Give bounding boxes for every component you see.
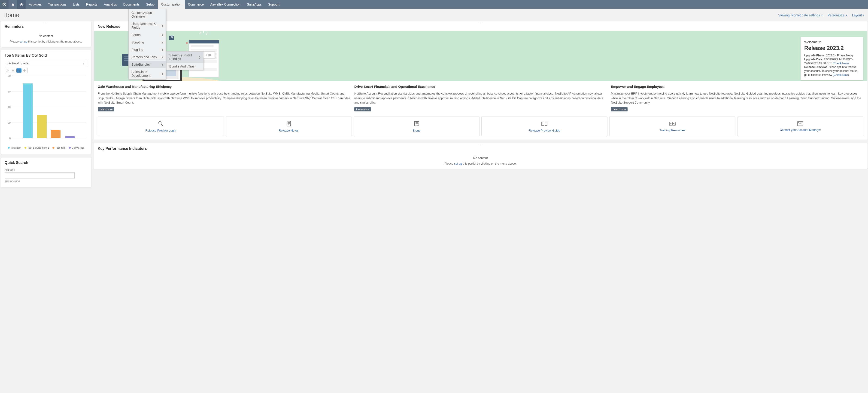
learn-more-button[interactable]: Learn more bbox=[611, 107, 627, 111]
svg-marker-0 bbox=[11, 3, 14, 6]
legend-item: CanvaTest bbox=[69, 146, 84, 149]
release-column: Drive Smart Financials and Operational E… bbox=[354, 85, 607, 111]
nav-support[interactable]: Support bbox=[265, 0, 283, 9]
release-tile[interactable]: Release Preview Guide bbox=[482, 116, 608, 136]
drag-handle-icon[interactable]: ⋮⋮⋮ bbox=[477, 22, 484, 24]
home-icon[interactable] bbox=[17, 0, 26, 9]
tile-icon bbox=[285, 120, 292, 127]
tile-icon bbox=[797, 121, 804, 126]
menu-item[interactable]: Forms❯ bbox=[129, 31, 166, 38]
legend-item: Test Service Item 1 bbox=[25, 146, 49, 149]
menu-item[interactable]: Customization Overview bbox=[129, 9, 166, 20]
star-icon[interactable] bbox=[8, 0, 17, 9]
menu-item[interactable]: SuiteBundler❯ bbox=[129, 61, 166, 68]
svg-point-50 bbox=[670, 123, 671, 124]
nav-reports[interactable]: Reports bbox=[83, 0, 101, 9]
release-column: Gain Warehouse and Manufacturing Efficie… bbox=[98, 85, 350, 111]
line-chart-icon[interactable] bbox=[5, 68, 10, 73]
release-info-card: Welcome to Release 2023.2 Upgrade Phase:… bbox=[801, 37, 863, 80]
tile-label: Release Preview Guide bbox=[529, 129, 560, 132]
submenu-item[interactable]: Bundle Audit Trail bbox=[166, 63, 204, 70]
nav-setup[interactable]: Setup bbox=[143, 0, 158, 9]
menu-item[interactable]: Centers and Tabs❯ bbox=[129, 53, 166, 61]
search-for-label: SEARCH FOR bbox=[5, 180, 87, 183]
reminders-portlet: ⋮⋮⋮ Reminders No content Please set up t… bbox=[1, 21, 91, 47]
chart-bar bbox=[23, 83, 33, 138]
tile-label: Contact your Account Manager bbox=[780, 128, 821, 132]
nav-customization[interactable]: Customization bbox=[158, 0, 185, 9]
learn-more-button[interactable]: Learn more bbox=[98, 107, 114, 111]
release-tile[interactable]: Contact your Account Manager bbox=[737, 116, 863, 136]
svg-rect-6 bbox=[20, 71, 20, 72]
svg-rect-4 bbox=[18, 70, 18, 72]
quick-search-portlet: Quick Search SEARCH SEARCH FOR bbox=[1, 157, 91, 188]
release-tile[interactable]: Release Notes bbox=[226, 116, 352, 136]
nav-analytics[interactable]: Analytics bbox=[101, 0, 120, 9]
search-label: SEARCH bbox=[5, 169, 87, 171]
drag-handle-icon[interactable]: ⋮⋮⋮ bbox=[477, 144, 484, 146]
menu-item[interactable]: Plug-ins❯ bbox=[129, 46, 166, 53]
svg-point-24 bbox=[186, 42, 188, 44]
tile-icon bbox=[669, 121, 676, 127]
release-tile[interactable]: Blogs bbox=[353, 116, 480, 136]
tile-label: Blogs bbox=[413, 129, 421, 132]
legend-item: Test item bbox=[53, 146, 66, 149]
customization-dropdown: Customization OverviewLists, Records, & … bbox=[128, 9, 166, 80]
nav-commerce[interactable]: Commerce bbox=[185, 0, 207, 9]
period-select[interactable]: this fiscal quarter▼ bbox=[5, 60, 87, 66]
nav-suiteapps[interactable]: SuiteApps bbox=[244, 0, 265, 9]
submenu-item[interactable]: Search & Install Bundles❯ bbox=[166, 52, 204, 63]
release-tile[interactable]: Training Resources bbox=[609, 116, 736, 136]
svg-rect-5 bbox=[19, 69, 19, 72]
svg-rect-17 bbox=[189, 40, 219, 44]
svg-point-35 bbox=[159, 121, 161, 124]
check-now-link[interactable]: (Check Now) bbox=[833, 73, 848, 77]
left-column: ⋮⋮⋮ Reminders No content Please set up t… bbox=[1, 21, 91, 188]
tile-label: Release Notes bbox=[279, 129, 299, 132]
layout-button[interactable]: Layout ▼ bbox=[852, 13, 865, 17]
set-up-link[interactable]: set up bbox=[454, 162, 462, 165]
chart-legend: Test ItemTest Service Item 1Test itemCan… bbox=[5, 145, 87, 150]
svg-rect-18 bbox=[191, 45, 214, 47]
menu-item[interactable]: Scripting❯ bbox=[129, 38, 166, 46]
chart-type-toolbar bbox=[5, 68, 28, 73]
welcome-text: Welcome to bbox=[804, 40, 859, 44]
nav-transactions[interactable]: Transactions bbox=[45, 0, 70, 9]
bar-chart-icon[interactable] bbox=[17, 68, 22, 73]
tile-icon bbox=[541, 120, 548, 127]
menu-item[interactable]: SuiteCloud Development❯ bbox=[129, 68, 166, 79]
suitebundler-submenu: Search & Install Bundles❯Bundle Audit Tr… bbox=[166, 51, 204, 70]
nav-lists[interactable]: Lists bbox=[70, 0, 83, 9]
kpi-msg: Please set up this portlet by clicking o… bbox=[98, 162, 863, 165]
nav-documents[interactable]: Documents bbox=[120, 0, 143, 9]
release-col-heading: Empower and Engage Employees bbox=[611, 85, 863, 88]
header-actions: Viewing: Portlet date settings ▼ Persona… bbox=[778, 13, 865, 17]
drag-handle-icon[interactable]: ⋮⋮⋮ bbox=[43, 22, 49, 24]
top-items-portlet: Top 5 Items By Qty Sold this fiscal quar… bbox=[1, 50, 91, 155]
personalize-button[interactable]: Personalize ▼ bbox=[828, 13, 847, 17]
top-items-title: Top 5 Items By Qty Sold bbox=[1, 50, 91, 60]
tile-icon bbox=[157, 120, 164, 127]
svg-line-32 bbox=[200, 32, 200, 34]
history-icon[interactable] bbox=[0, 0, 8, 9]
check-now-link[interactable]: (Check Now) bbox=[833, 62, 848, 65]
menu-item[interactable]: Lists, Records, & Fields❯ bbox=[129, 20, 166, 31]
tile-label: Training Resources bbox=[659, 129, 685, 132]
reminders-msg: Please set up this portlet by clicking o… bbox=[5, 40, 87, 43]
search-install-submenu[interactable]: List bbox=[203, 51, 215, 58]
release-tile[interactable]: Release Preview Login bbox=[98, 116, 224, 136]
viewing-selector[interactable]: Viewing: Portlet date settings ▼ bbox=[778, 13, 823, 17]
nav-activities[interactable]: Activities bbox=[26, 0, 45, 9]
pie-chart-icon[interactable] bbox=[22, 68, 27, 73]
right-column: ⋮⋮⋮ New Release bbox=[94, 21, 867, 188]
nav-airwallex[interactable]: Airwallex Connection bbox=[207, 0, 244, 9]
release-col-heading: Drive Smart Financials and Operational E… bbox=[354, 85, 607, 88]
svg-rect-48 bbox=[669, 122, 672, 125]
tile-label: Release Preview Login bbox=[145, 129, 176, 132]
set-up-link[interactable]: set up bbox=[20, 40, 27, 43]
learn-more-button[interactable]: Learn more bbox=[354, 107, 371, 111]
search-input[interactable] bbox=[5, 172, 74, 178]
list-icon[interactable] bbox=[11, 68, 16, 73]
kpi-portlet: ⋮⋮⋮ Key Performance Indicators No conten… bbox=[94, 143, 867, 169]
no-content-label: No content bbox=[98, 153, 863, 162]
